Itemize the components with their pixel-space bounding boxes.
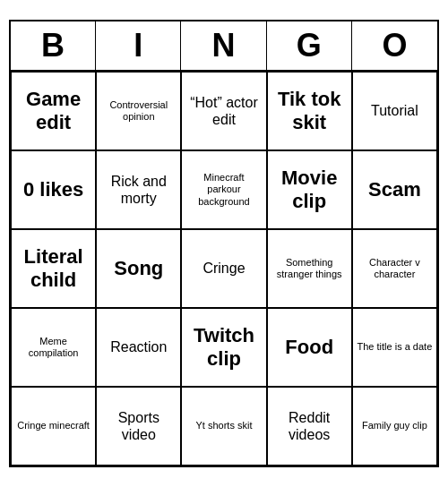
header-letter: I [96, 21, 181, 70]
header-letter: G [267, 21, 352, 70]
bingo-cell: Rick and morty [96, 150, 181, 229]
bingo-cell: Yt shorts skit [181, 387, 266, 466]
header-letter: B [11, 21, 96, 70]
bingo-cell: Something stranger things [267, 229, 352, 308]
bingo-cell: Minecraft parkour background [181, 150, 266, 229]
bingo-cell: Family guy clip [352, 387, 437, 466]
bingo-cell: Game edit [11, 72, 96, 150]
bingo-cell: Character v character [352, 229, 437, 308]
bingo-grid: Game editControversial opinion“Hot” acto… [11, 72, 437, 466]
bingo-cell: Tik tok skit [267, 72, 352, 150]
bingo-card: BINGO Game editControversial opinion“Hot… [9, 20, 439, 467]
header-letter: O [352, 21, 437, 70]
bingo-cell: Song [96, 229, 181, 308]
bingo-cell: Controversial opinion [96, 72, 181, 150]
bingo-cell: Cringe [181, 229, 266, 308]
bingo-cell: Sports video [96, 387, 181, 466]
bingo-cell: Movie clip [267, 150, 352, 229]
bingo-header: BINGO [11, 21, 437, 72]
bingo-cell: Tutorial [352, 72, 437, 150]
bingo-cell: Reddit videos [267, 387, 352, 466]
bingo-cell: Literal child [11, 229, 96, 308]
bingo-cell: The title is a date [352, 308, 437, 387]
bingo-cell: Food [267, 308, 352, 387]
bingo-cell: Reaction [96, 308, 181, 387]
bingo-cell: “Hot” actor edit [181, 72, 266, 150]
bingo-cell: Cringe minecraft [11, 387, 96, 466]
bingo-cell: Twitch clip [181, 308, 266, 387]
header-letter: N [181, 21, 266, 70]
bingo-cell: Scam [352, 150, 437, 229]
bingo-cell: Meme compilation [11, 308, 96, 387]
bingo-cell: 0 likes [11, 150, 96, 229]
